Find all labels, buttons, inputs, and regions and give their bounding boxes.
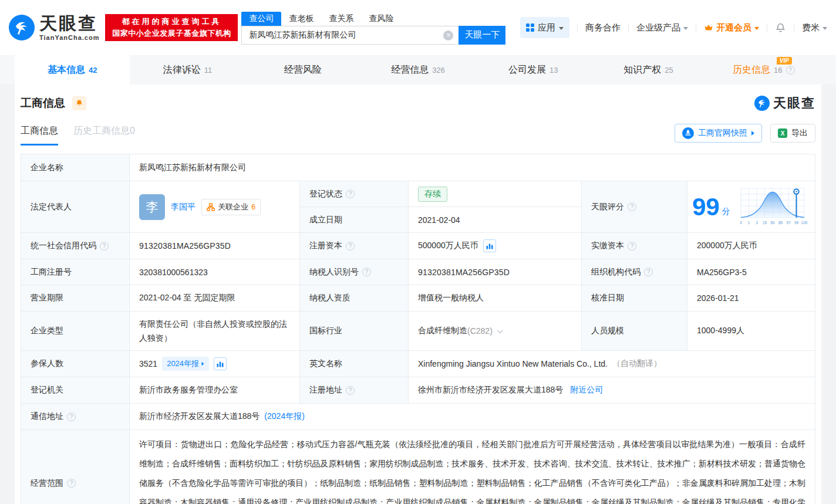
subscribe-bell-icon[interactable] [72,96,86,110]
search-tab-relation[interactable]: 查关系 [321,12,361,26]
help-icon[interactable]: ? [786,66,795,75]
tianyancha-logo-icon [754,96,770,111]
avatar[interactable]: 李 [139,194,165,220]
insured-count-value: 3521 2024年报 [130,351,300,377]
menu-enterprise[interactable]: 企业级产品 [636,22,688,33]
divider [577,23,578,32]
slogan-banner: 都在用的商业查询工具 国家中小企业发展子基金旗下机构 [105,14,238,41]
divider [767,23,767,32]
approval-date-value: 2026-01-21 [687,285,815,312]
legal-rep-link[interactable]: 李国平 [171,202,195,212]
field-label: 纳税人识别号? [300,259,409,285]
mail-address-value: 新沂市经济开发区发展大道188号 (2024年报) [130,404,815,430]
field-label: 核准日期 [582,285,687,312]
help-icon[interactable]: ? [362,268,371,276]
menu-biz-coop[interactable]: 商务合作 [585,22,621,33]
field-label: 天眼评分? [582,181,687,233]
svg-text:15: 15 [763,221,767,225]
nearby-companies-link[interactable]: 附近公司 [570,385,603,395]
search-tab-boss[interactable]: 查老板 [281,12,321,26]
related-companies-badge[interactable]: 关联企业 6 [201,199,261,215]
help-icon[interactable]: ? [644,268,653,276]
chevron-down-icon [497,327,503,333]
tab-history[interactable]: VIP 历史信息 16 ? [706,55,821,84]
field-label: 国标行业 [300,312,409,351]
help-icon[interactable]: ? [628,202,636,211]
clear-icon[interactable]: × [443,31,453,40]
apps-grid-icon [526,23,534,32]
field-label: 登记状态? [300,181,409,207]
org-code-value: MA256GP3-5 [687,259,815,285]
annual-report-link[interactable]: (2024年报) [264,411,304,422]
subtab-business-info[interactable]: 工商信息 [21,125,58,146]
export-button[interactable]: X 导出 [770,124,815,143]
business-scope-value: 许可项目：货物进出口；危险化学品经营；移动式压力容器/气瓶充装（依法须经批准的项… [130,430,815,504]
help-icon[interactable]: ? [346,242,355,251]
official-snapshot-button[interactable]: 工商官网快照 [675,124,762,143]
svg-text:100: 100 [801,221,807,225]
svg-text:1: 1 [747,221,750,225]
divider [628,23,629,32]
caret-down-icon [822,27,827,30]
search-input[interactable] [241,26,459,45]
score-distribution-chart: 0 1 3 15 50 85 97 99 100 [737,187,810,227]
reg-status-value: 存续 [409,181,582,207]
caret-down-icon [754,27,759,30]
help-icon[interactable]: ? [67,412,76,421]
menu-vip[interactable]: 开通会员 [704,22,759,33]
tab-development[interactable]: 公司发展 13 [476,55,591,84]
help-icon[interactable]: ? [346,190,355,198]
reg-number-value: 320381000561323 [130,259,300,285]
reg-authority-value: 新沂市政务服务管理办公室 [130,377,300,404]
company-type-value: 有限责任公司（非自然人投资或控股的法人独资） [130,312,300,351]
header-menu: 应用 商务合作 企业级产品 开通会员 费米 [520,17,827,38]
help-icon[interactable]: ? [100,242,109,251]
logo-title: 天眼查 [39,15,99,32]
tab-risk[interactable]: 经营风险 [245,55,360,84]
svg-text:99: 99 [794,221,799,225]
help-icon[interactable]: ? [67,479,76,488]
user-menu[interactable]: 费米 [802,22,827,33]
tianyancha-logo[interactable]: 天眼查 TianYanCha.com [9,15,99,41]
svg-text:97: 97 [786,221,791,225]
field-label: 注册地址? [300,377,409,404]
tab-legal[interactable]: 法律诉讼 11 [130,55,245,84]
field-label: 实缴资本? [582,233,687,259]
company-name-value: 新凤鸣江苏新拓新材有限公司 [130,154,815,181]
apps-menu[interactable]: 应用 [520,17,569,38]
arrow-right-icon [202,362,204,366]
insured-chart-icon[interactable] [214,357,227,370]
field-label: 通信地址? [21,404,130,430]
capital-chart-icon[interactable] [483,239,496,252]
status-badge: 存续 [418,187,447,202]
tab-ip[interactable]: 知识产权 25 [591,55,706,84]
paid-capital-value: 200000万人民币 [687,233,815,259]
search-tab-company[interactable]: 查公司 [241,12,281,26]
logo-domain: TianYanCha.com [39,34,99,41]
search-button[interactable]: 天眼一下 [459,26,505,45]
tab-basic-info[interactable]: 基本信息 42 [15,55,130,84]
excel-icon: X [778,128,787,138]
help-icon[interactable]: ? [346,386,355,395]
company-nav: 基本信息 42 法律诉讼 11 经营风险 经营信息 326 公司发展 13 知识… [0,55,836,84]
notification-bell-icon[interactable] [775,22,786,33]
est-date-value: 2021-02-04 [409,207,582,233]
help-icon[interactable]: ? [628,242,636,251]
annual-report-badge[interactable]: 2024年报 [162,357,209,371]
search-tab-risk[interactable]: 查风险 [361,12,401,26]
field-label: 经营范围? [21,430,130,504]
taxpayer-id-value: 91320381MA256GP35D [409,259,582,285]
crown-icon [704,23,713,32]
org-chart-icon [207,203,215,211]
tianyancha-watermark-logo: 天眼查 [754,94,815,112]
tab-operation[interactable]: 经营信息 326 [360,55,476,84]
industry-value[interactable]: 合成纤维制造 (C282) [409,312,582,351]
subtab-history-business-info[interactable]: 历史工商信息0 [73,125,135,146]
svg-text:50: 50 [770,221,775,225]
field-label: 人员规模 [582,312,687,351]
caret-down-icon [559,27,564,30]
field-label: 法定代表人 [21,181,130,233]
svg-text:0: 0 [740,221,742,225]
field-label: 组织机构代码? [582,259,687,285]
vip-badge: VIP [777,57,792,65]
